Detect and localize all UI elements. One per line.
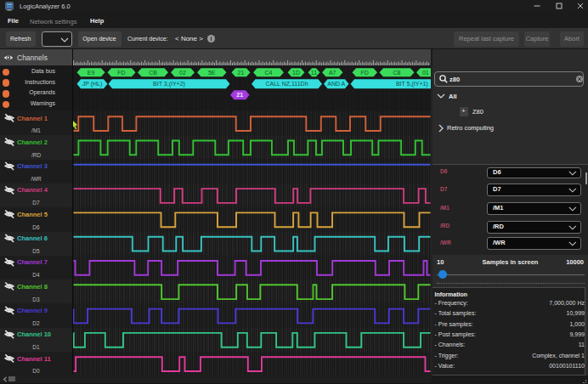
svg-text:01: 01 [422, 70, 429, 76]
svg-text:BIT 5,(IY+1): BIT 5,(IY+1) [396, 81, 428, 88]
svg-text:C4: C4 [265, 70, 273, 76]
svg-text:11: 11 [311, 70, 317, 76]
svg-text:E9: E9 [88, 70, 95, 76]
svg-text:CB: CB [149, 70, 157, 76]
svg-text:5E: 5E [208, 70, 216, 76]
svg-text:BIT 3,(IY+2): BIT 3,(IY+2) [153, 81, 185, 88]
svg-text:CALL NZ,111Dh: CALL NZ,111Dh [265, 81, 308, 87]
svg-text:C8: C8 [393, 70, 401, 76]
svg-text:FD: FD [361, 70, 369, 76]
svg-text:02: 02 [179, 70, 186, 76]
svg-text:A7: A7 [329, 70, 336, 76]
svg-text:JP (HL): JP (HL) [82, 81, 103, 88]
svg-text:FD: FD [117, 70, 125, 76]
svg-text:AND A: AND A [327, 81, 345, 87]
svg-text:21: 21 [236, 92, 243, 98]
svg-text:1D: 1D [292, 70, 300, 76]
svg-text:21: 21 [238, 70, 245, 76]
